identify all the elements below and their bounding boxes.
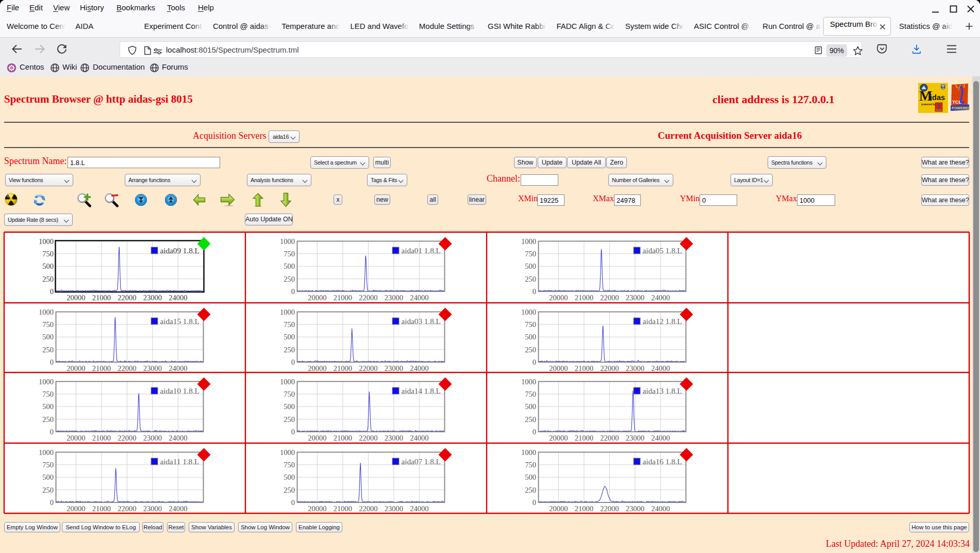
svg-text:250: 250 [284, 275, 295, 283]
svg-text:750: 750 [42, 320, 54, 329]
svg-text:24000: 24000 [169, 364, 187, 372]
svg-text:23000: 23000 [385, 434, 403, 442]
svg-text:1000: 1000 [280, 237, 295, 246]
svg-text:21000: 21000 [334, 505, 352, 512]
svg-text:1000: 1000 [39, 237, 54, 246]
svg-text:250: 250 [525, 275, 536, 283]
svg-text:21000: 21000 [575, 294, 593, 301]
svg-text:20000: 20000 [67, 505, 85, 512]
svg-text:250: 250 [284, 486, 295, 494]
svg-text:23000: 23000 [143, 364, 162, 372]
svg-text:750: 750 [525, 390, 536, 398]
svg-text:21000: 21000 [92, 294, 111, 301]
svg-text:aida14 1.8.L: aida14 1.8.L [402, 386, 441, 395]
svg-text:21000: 21000 [92, 434, 111, 442]
svg-text:500: 500 [525, 473, 536, 481]
svg-text:21000: 21000 [334, 294, 352, 301]
svg-text:500: 500 [42, 262, 54, 270]
svg-text:500: 500 [42, 402, 54, 411]
svg-text:22000: 22000 [359, 294, 377, 301]
svg-text:0: 0 [291, 498, 295, 507]
svg-text:1000: 1000 [39, 378, 54, 386]
svg-text:1000: 1000 [521, 378, 536, 386]
svg-text:250: 250 [525, 415, 536, 424]
svg-text:0: 0 [50, 358, 54, 366]
svg-text:0: 0 [50, 428, 54, 436]
svg-text:750: 750 [525, 250, 536, 258]
svg-text:20000: 20000 [549, 294, 568, 301]
svg-text:0: 0 [291, 358, 295, 366]
svg-text:24000: 24000 [169, 294, 187, 301]
svg-text:22000: 22000 [118, 505, 136, 512]
svg-text:1000: 1000 [280, 378, 295, 386]
svg-text:aida01 1.8.L: aida01 1.8.L [402, 246, 441, 255]
svg-text:24000: 24000 [651, 505, 670, 512]
svg-text:750: 750 [525, 320, 536, 329]
svg-text:0: 0 [533, 498, 536, 507]
svg-text:20000: 20000 [308, 434, 326, 442]
svg-text:aida07 1.8.L: aida07 1.8.L [402, 457, 441, 466]
svg-text:24000: 24000 [410, 364, 428, 372]
svg-text:21000: 21000 [334, 364, 352, 372]
svg-text:22000: 22000 [600, 364, 619, 372]
svg-text:0: 0 [50, 287, 54, 296]
svg-text:aida10 1.8.L: aida10 1.8.L [160, 386, 200, 395]
svg-text:24000: 24000 [169, 505, 187, 512]
svg-text:1000: 1000 [280, 448, 295, 457]
svg-text:21000: 21000 [575, 364, 593, 372]
svg-text:23000: 23000 [143, 294, 162, 301]
svg-text:20000: 20000 [549, 364, 568, 372]
svg-text:250: 250 [42, 275, 54, 283]
svg-text:750: 750 [42, 250, 54, 258]
svg-text:23000: 23000 [626, 294, 644, 301]
svg-text:23000: 23000 [626, 505, 644, 512]
svg-text:24000: 24000 [169, 434, 187, 442]
svg-text:500: 500 [284, 402, 295, 411]
svg-text:500: 500 [525, 333, 536, 341]
svg-text:250: 250 [42, 346, 54, 354]
svg-text:aida12 1.8.L: aida12 1.8.L [643, 317, 682, 326]
svg-text:22000: 22000 [118, 364, 136, 372]
svg-text:22000: 22000 [118, 294, 136, 301]
svg-text:23000: 23000 [385, 364, 403, 372]
svg-text:20000: 20000 [308, 364, 326, 372]
svg-text:aida13 1.8.L: aida13 1.8.L [643, 386, 682, 395]
svg-text:1000: 1000 [39, 308, 54, 316]
svg-text:24000: 24000 [410, 505, 428, 512]
svg-text:500: 500 [284, 473, 295, 481]
svg-text:20000: 20000 [308, 505, 326, 512]
svg-text:500: 500 [284, 262, 295, 270]
svg-text:23000: 23000 [626, 434, 644, 442]
svg-text:20000: 20000 [67, 294, 85, 301]
svg-text:aida03 1.8.L: aida03 1.8.L [402, 317, 441, 326]
svg-text:23000: 23000 [143, 505, 162, 512]
svg-text:aida11 1.8.L: aida11 1.8.L [160, 457, 200, 466]
svg-text:23000: 23000 [385, 294, 403, 301]
svg-text:0: 0 [50, 498, 54, 507]
svg-text:aida09 1.8.L: aida09 1.8.L [160, 246, 200, 255]
svg-text:0: 0 [533, 358, 536, 366]
svg-text:aida05 1.8.L: aida05 1.8.L [643, 246, 682, 255]
svg-text:750: 750 [42, 461, 54, 469]
svg-text:250: 250 [525, 486, 536, 494]
svg-text:750: 750 [42, 390, 54, 398]
svg-text:0: 0 [291, 428, 295, 436]
svg-text:20000: 20000 [549, 505, 568, 512]
svg-text:23000: 23000 [626, 364, 644, 372]
svg-text:24000: 24000 [651, 434, 670, 442]
svg-text:750: 750 [525, 461, 536, 469]
svg-text:22000: 22000 [118, 434, 136, 442]
svg-text:250: 250 [42, 486, 54, 494]
svg-text:24000: 24000 [651, 364, 670, 372]
svg-text:20000: 20000 [308, 294, 326, 301]
svg-text:22000: 22000 [600, 505, 619, 512]
svg-text:250: 250 [284, 415, 295, 424]
svg-text:aida15 1.8.L: aida15 1.8.L [160, 317, 200, 326]
svg-text:750: 750 [284, 320, 295, 329]
svg-text:500: 500 [525, 262, 536, 270]
svg-text:20000: 20000 [67, 364, 85, 372]
svg-text:24000: 24000 [410, 434, 428, 442]
svg-text:250: 250 [284, 346, 295, 354]
svg-text:750: 750 [284, 461, 295, 469]
svg-text:1000: 1000 [280, 308, 295, 316]
